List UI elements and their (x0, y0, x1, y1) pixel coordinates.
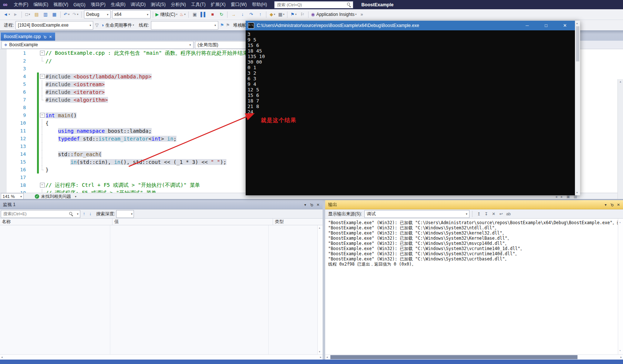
console-output[interactable]: 39 515 618 45135 1030 000 13 26 39 412 5… (246, 30, 575, 195)
window-menu-icon[interactable]: ▾ (304, 203, 306, 207)
output-source-combobox[interactable]: 调试 ▾ (364, 210, 469, 218)
save-button[interactable]: ▥ (41, 10, 50, 18)
open-file-button[interactable]: ▤ (32, 10, 41, 18)
watch-hscrollbar[interactable]: ◂ ▸ (0, 354, 323, 360)
collapse-icon[interactable]: − (40, 74, 45, 79)
output-hscrollbar[interactable]: ◂ ▸ (325, 354, 623, 360)
scroll-thumb[interactable] (330, 355, 577, 359)
watch-body[interactable]: ▴ ▾ (0, 225, 323, 354)
output-vscrollbar[interactable]: ▴ ▾ (618, 219, 623, 354)
output-body[interactable]: "BoostExample.exe" (Win32): 已加载 "C:\User… (325, 219, 623, 354)
bookmark-button[interactable]: ⚑▾ (289, 10, 298, 18)
new-file-button[interactable]: □▾ (23, 10, 32, 18)
step-into-button[interactable]: ↓ (238, 10, 247, 18)
menubar-item[interactable]: 视图(V) (51, 0, 71, 9)
window-menu-icon[interactable]: ▾ (605, 203, 607, 207)
show-next-statement-button[interactable]: → (229, 10, 238, 18)
close-icon[interactable]: ✕ (317, 203, 320, 207)
scroll-up-icon[interactable]: ▴ (576, 22, 578, 25)
scroll-up-icon[interactable]: ▴ (620, 80, 621, 83)
close-icon[interactable]: ✕ (49, 35, 52, 39)
close-button[interactable]: ✕ (557, 21, 573, 30)
pin-icon[interactable]: ⚲ (309, 202, 314, 208)
minimize-button[interactable]: ─ (519, 21, 535, 30)
restart-button[interactable]: ↻ (217, 10, 226, 18)
project-combobox[interactable]: ❖ BoostExample ▾ (1, 41, 193, 49)
diagnostics-button[interactable]: ◆▾ (268, 10, 277, 18)
menubar-item[interactable]: 测试(S) (148, 0, 168, 9)
menubar-item[interactable]: 调试(D) (128, 0, 148, 9)
platform-combobox[interactable]: x64▾ (112, 10, 151, 18)
thread-combobox[interactable]: ▾ (151, 21, 218, 30)
collapse-icon[interactable]: − (40, 113, 45, 118)
pin-icon[interactable]: ⚲ (42, 34, 48, 40)
menubar-item[interactable]: 文件(F) (11, 0, 31, 9)
scroll-up-icon[interactable]: ▴ (319, 226, 320, 229)
lifecycle-events-button[interactable]: ◑ 生命周期事件 ▾ (101, 21, 135, 29)
show-threads-flag-icon[interactable]: ⚑ (220, 23, 224, 27)
pin-icon[interactable]: ⚲ (609, 202, 614, 208)
undo-button[interactable]: ↶▾ (62, 10, 71, 18)
watch-header[interactable]: 监视 1 ▾ ⚲ ✕ (0, 200, 323, 209)
configuration-combobox[interactable]: Debug▾ (84, 10, 111, 18)
toggle-autoscroll-button[interactable]: ab (505, 210, 512, 218)
menubar-item[interactable]: 编辑(E) (31, 0, 51, 9)
break-all-button[interactable]: ▌▌ (199, 10, 208, 18)
process-filter-icon[interactable]: ▽ (95, 23, 98, 27)
output-header[interactable]: 输出 ▾ ⚲ ✕ (325, 200, 623, 209)
scroll-down-icon[interactable]: ▾ (319, 350, 320, 353)
memory-window-button[interactable]: ▦▾ (277, 10, 286, 18)
watch-vscrollbar[interactable]: ▴ ▾ (317, 225, 323, 354)
back-button[interactable]: ◄▾ (2, 10, 11, 18)
watch-column-header[interactable]: 名称 (0, 219, 112, 225)
goto-prev-message-button[interactable]: ↥ (475, 210, 482, 218)
bookmark-nav-button[interactable]: ⚐ (298, 10, 307, 18)
forward-button[interactable]: ► (11, 10, 20, 18)
hot-reload-button[interactable]: ♨▾ (178, 10, 187, 18)
step-out-button[interactable]: ↑ (256, 10, 265, 18)
menubar-item[interactable]: 帮助(H) (249, 0, 270, 9)
menubar-item[interactable]: 窗口(W) (228, 0, 249, 9)
collapse-icon[interactable]: − (40, 183, 45, 188)
watch-search[interactable]: ▾ (1, 210, 80, 218)
menubar-item[interactable]: 工具(T) (188, 0, 208, 9)
collapse-icon[interactable]: − (40, 51, 45, 55)
menubar-item[interactable]: 扩展(X) (208, 0, 228, 9)
goto-next-message-button[interactable]: ↧ (482, 210, 490, 218)
close-icon[interactable]: ✕ (617, 203, 620, 207)
watch-search-input[interactable] (3, 211, 68, 216)
health-indicator[interactable]: ✓ 未找到相关问题 ▾ (35, 194, 77, 199)
breakpoints-window-button[interactable]: ▣ (190, 10, 199, 18)
step-over-button[interactable]: ↷ (247, 10, 256, 18)
flag-threads-icon[interactable]: ⚑ (226, 23, 230, 27)
continue-button[interactable]: ▶继续(C)▾ (155, 10, 178, 18)
search-depth-combobox[interactable]: ▾ (116, 210, 134, 218)
scroll-up-icon[interactable]: ▴ (619, 220, 621, 225)
scroll-right-icon[interactable]: ▸ (620, 355, 622, 359)
scroll-left-icon[interactable]: ◂ (326, 355, 328, 359)
console-vscrollbar[interactable]: ▴ ▾ (575, 21, 580, 195)
scroll-down-icon[interactable]: ▾ (576, 191, 578, 194)
menubar-item[interactable]: 分析(N) (168, 0, 189, 9)
scroll-thumb[interactable] (576, 26, 579, 61)
save-all-button[interactable]: ▦ (50, 10, 59, 18)
redo-button[interactable]: ↷▾ (71, 10, 80, 18)
watch-column-header[interactable]: 类型 (273, 219, 323, 225)
process-combobox[interactable]: [1924] BoostExample.exe ▾ (16, 21, 93, 30)
toolbar-overflow-button[interactable]: » (357, 10, 366, 18)
console-titlebar[interactable]: C:\ C:\Users\Administrator\source\repos\… (246, 21, 575, 30)
tab-boostexample-cpp[interactable]: BoostExample.cpp ⚲ ✕ (1, 33, 55, 41)
scroll-left-icon[interactable]: ◂ (1, 355, 3, 359)
scroll-right-icon[interactable]: ▸ (320, 355, 321, 359)
quick-search-input[interactable] (276, 2, 347, 7)
menubar-item[interactable]: 项目(P) (88, 0, 108, 9)
application-insights-button[interactable]: ◉Application Insights▾ (310, 10, 357, 18)
search-next-button[interactable]: ↓ (88, 211, 93, 216)
clear-all-button[interactable]: ✕ (490, 210, 497, 218)
word-wrap-button[interactable]: ↩ (497, 210, 505, 218)
menubar-item[interactable]: Git(G) (71, 0, 88, 9)
watch-column-header[interactable]: 值 (112, 219, 273, 225)
maximize-button[interactable]: □ (538, 21, 554, 30)
console-window[interactable]: C:\ C:\Users\Administrator\source\repos\… (246, 21, 580, 195)
quick-search[interactable] (274, 1, 353, 9)
